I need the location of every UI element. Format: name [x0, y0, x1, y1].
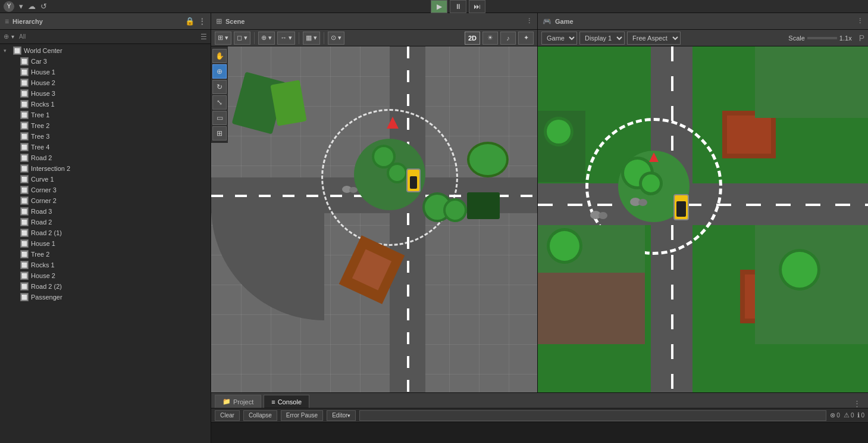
hierarchy-item-road2b[interactable]: ⬜ Road 2 — [0, 217, 211, 227]
audio-btn[interactable]: ♪ — [500, 32, 516, 45]
hierarchy-item-rocks1[interactable]: ⬜ Rocks 1 — [0, 99, 211, 110]
history-icon[interactable]: ↺ — [40, 2, 47, 11]
hierarchy-item-house3[interactable]: ⬜ House 3 — [0, 88, 211, 99]
info-badge[interactable]: ℹ 0 — [857, 411, 864, 419]
hier-label: Tree 4 — [31, 143, 49, 151]
hierarchy-item-tree2b[interactable]: ⬜ Tree 2 — [0, 249, 211, 260]
object-icon: ⬜ — [20, 175, 29, 183]
hier-label: Corner 3 — [31, 186, 57, 194]
hier-label: House 2 — [31, 272, 55, 279]
scale-label: Scale — [788, 35, 805, 42]
step-button[interactable]: ⏭ — [469, 0, 485, 13]
object-btn[interactable]: ◻ ▾ — [234, 32, 250, 45]
gv-green-bl — [538, 225, 645, 273]
rotate-tool[interactable]: ↻ — [212, 80, 227, 94]
clear-button[interactable]: Clear — [215, 410, 240, 421]
hierarchy-item-curve1[interactable]: ⬜ Curve 1 — [0, 174, 211, 185]
transform-tool[interactable]: ⊞ — [212, 126, 227, 141]
pivot-btn[interactable]: ⊕ ▾ — [258, 32, 275, 45]
transform-mode-btn[interactable]: ⊞ ▾ — [215, 32, 231, 45]
hierarchy-item-world-center[interactable]: ▾ ⬜ World Center — [0, 45, 211, 56]
error-pause-button[interactable]: Error Pause — [281, 410, 323, 421]
hierarchy-dropdown[interactable]: ▾ — [11, 33, 14, 40]
hierarchy-menu-icon[interactable]: ⋮ — [198, 17, 206, 26]
game-menu-icon[interactable]: ⋮ — [857, 17, 863, 25]
grid-btn[interactable]: ▦ ▾ — [303, 32, 320, 45]
tab-console[interactable]: ≡ Console — [264, 395, 309, 408]
game-content: 🚶 — [538, 46, 868, 392]
scene-viewport[interactable]: ✋ ⊕ ↻ ⤡ ▭ ⊞ — [211, 46, 537, 392]
car-yellow-scene — [406, 169, 421, 192]
gv-rocks — [590, 208, 610, 223]
bottom-menu-icon[interactable]: ⋮ — [853, 399, 864, 408]
hand-tool[interactable]: ✋ — [212, 49, 227, 63]
world-btn[interactable]: ↔ ▾ — [277, 32, 295, 45]
info-icon: ℹ — [857, 411, 860, 419]
hierarchy-item-corner2[interactable]: ⬜ Corner 2 — [0, 195, 211, 206]
bottom-tabs: 📁 Project ≡ Console ⋮ — [211, 393, 868, 408]
hierarchy-item-house2[interactable]: ⬜ House 2 — [0, 77, 211, 88]
bottom-toolbar: Clear Collapse Error Pause Editor ⊗ 0 ⚠ … — [211, 408, 868, 423]
hierarchy-add-icon[interactable]: ☰ — [200, 33, 207, 41]
hier-label: Car 3 — [31, 58, 47, 65]
hier-label: House 1 — [31, 240, 55, 247]
hierarchy-item-house1[interactable]: ⬜ House 1 — [0, 67, 211, 77]
scale-tool[interactable]: ⤡ — [212, 95, 227, 110]
editors-row: ⊞ Scene ⋮ ⊞ ▾ ◻ ▾ ⊕ ▾ ↔ ▾ ▦ ▾ ⊙ ▾ 2D — [211, 13, 868, 392]
error-badge[interactable]: ⊗ 0 — [830, 411, 840, 419]
2d-toggle[interactable]: 2D — [465, 32, 480, 45]
aspect-select[interactable]: Free Aspect — [627, 32, 681, 45]
maximize-btn[interactable]: P — [859, 33, 864, 43]
object-icon: ⬜ — [20, 68, 29, 76]
object-icon: ⬜ — [20, 111, 29, 119]
warning-icon: ⚠ — [844, 411, 850, 419]
hierarchy-item-tree1[interactable]: ⬜ Tree 1 — [0, 110, 211, 120]
scale-slider[interactable] — [807, 37, 837, 39]
info-count: 0 — [861, 412, 864, 419]
game-select[interactable]: Game — [541, 32, 577, 45]
hierarchy-item-corner3[interactable]: ⬜ Corner 3 — [0, 185, 211, 195]
hierarchy-item-house1b[interactable]: ⬜ House 1 — [0, 238, 211, 249]
hierarchy-item-rocks1b[interactable]: ⬜ Rocks 1 — [0, 260, 211, 270]
hierarchy-item-passenger[interactable]: ⬜ Passenger — [0, 292, 211, 302]
hierarchy-item-intersection2[interactable]: ⬜ Intersection 2 — [0, 163, 211, 174]
gv-car-yellow — [673, 194, 689, 220]
hierarchy-item-road2-2[interactable]: ⬜ Road 2 (2) — [0, 281, 211, 292]
collapse-button[interactable]: Collapse — [243, 410, 277, 421]
lighting-btn[interactable]: ☀ — [482, 32, 498, 45]
hierarchy-item-tree3[interactable]: ⬜ Tree 3 — [0, 131, 211, 142]
gizmo-btn[interactable]: ⊙ ▾ — [328, 32, 344, 45]
play-button[interactable]: ▶ — [431, 0, 447, 13]
gv-tree-bl — [547, 228, 582, 264]
pause-button[interactable]: ⏸ — [450, 0, 466, 13]
scene-toolbar: ⊞ ▾ ◻ ▾ ⊕ ▾ ↔ ▾ ▦ ▾ ⊙ ▾ 2D ☀ ♪ ✦ — [211, 30, 537, 46]
cloud-icon[interactable]: ☁ — [28, 2, 36, 11]
scene-menu-icon[interactable]: ⋮ — [526, 17, 532, 25]
hierarchy-item-house2b[interactable]: ⬜ House 2 — [0, 270, 211, 281]
editor-dropdown[interactable]: Editor — [327, 410, 356, 421]
account-icon[interactable]: ▾ — [19, 2, 23, 11]
hierarchy-item-car3[interactable]: ⬜ Car 3 — [0, 56, 211, 67]
move-tool[interactable]: ⊕ — [212, 64, 227, 79]
hierarchy-item-tree4[interactable]: ⬜ Tree 4 — [0, 142, 211, 152]
fx-btn[interactable]: ✦ — [518, 32, 534, 45]
hierarchy-item-road3[interactable]: ⬜ Road 3 — [0, 206, 211, 217]
warning-badge[interactable]: ⚠ 0 — [844, 411, 854, 419]
separator — [299, 32, 299, 44]
search-all-label: All — [17, 33, 28, 40]
hier-label: Rocks 1 — [31, 101, 55, 108]
hierarchy-lock-icon[interactable]: 🔒 — [185, 17, 195, 26]
error-icon: ⊗ — [830, 411, 835, 419]
hierarchy-panel: ≡ Hierarchy 🔒 ⋮ ⊕ ▾ All ☰ ▾ ⬜ World Cent… — [0, 13, 211, 443]
hierarchy-item-road2-1[interactable]: ⬜ Road 2 (1) — [0, 227, 211, 238]
console-tab-icon: ≡ — [271, 398, 275, 405]
rocks-scene — [342, 183, 359, 195]
console-search[interactable] — [359, 410, 826, 421]
rect-tool[interactable]: ▭ — [212, 111, 227, 125]
hierarchy-item-tree2[interactable]: ⬜ Tree 2 — [0, 120, 211, 131]
display-select[interactable]: Display 1 — [579, 32, 625, 45]
hierarchy-item-road2[interactable]: ⬜ Road 2 — [0, 152, 211, 163]
tab-project[interactable]: 📁 Project — [215, 395, 261, 408]
hier-label: Road 2 — [31, 154, 52, 161]
object-icon: ⬜ — [20, 132, 29, 141]
